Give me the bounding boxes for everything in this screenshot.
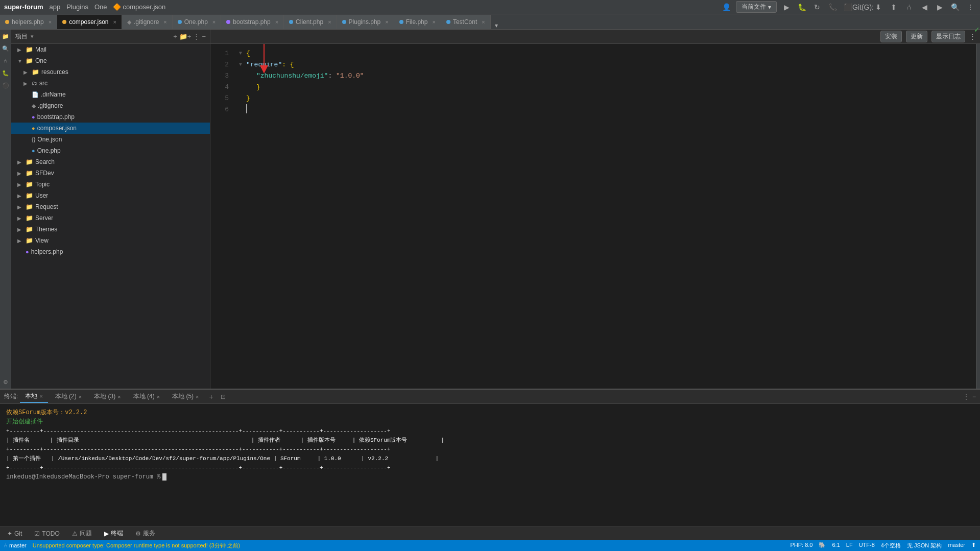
sidebar-icon-git[interactable]: ⑃: [1, 56, 10, 65]
scroll-indicator[interactable]: ✓: [976, 44, 980, 389]
tab-close-client[interactable]: ×: [328, 19, 331, 25]
terminal-tab-local1[interactable]: 本地 ×: [20, 391, 47, 403]
tree-item-resources[interactable]: ▶ 📁 resources: [11, 66, 210, 78]
tree-item-user[interactable]: ▶ 📁 User: [11, 190, 210, 201]
statusbar-cursor[interactable]: 6:1: [832, 542, 840, 549]
tab-close-bootstrap[interactable]: ×: [275, 19, 278, 25]
tab-composer[interactable]: composer.json ×: [57, 15, 122, 29]
download-icon[interactable]: ⬇: [873, 2, 884, 13]
terminal-close-2[interactable]: ×: [79, 394, 82, 400]
git-icon[interactable]: Git(G):: [857, 2, 869, 13]
debug-icon[interactable]: 🐛: [796, 2, 807, 13]
tree-item-view[interactable]: ▶ 📁 View: [11, 235, 210, 246]
sidebar-icon-search2[interactable]: 🔍: [1, 44, 10, 53]
terminal-close-1[interactable]: ×: [39, 393, 42, 399]
tab-more[interactable]: ▾: [491, 22, 502, 29]
tree-item-sfdev[interactable]: ▶ 📁 SFDev: [11, 167, 210, 179]
forward-icon[interactable]: ▶: [934, 2, 945, 13]
tree-item-bootstrap-file[interactable]: ● bootstrap.php: [11, 111, 210, 123]
tree-item-one[interactable]: ▼ 📁 One: [11, 55, 210, 66]
tab-close-testcont[interactable]: ×: [482, 19, 485, 25]
statusbar-schema[interactable]: 无 JSON 架构: [907, 542, 942, 549]
stop-icon[interactable]: ⬛: [842, 2, 853, 13]
tree-item-helpers-file[interactable]: ● helpers.php: [11, 246, 210, 257]
tree-item-one-json[interactable]: {} One.json: [11, 134, 210, 145]
fold-1[interactable]: ▼: [237, 50, 244, 57]
code-content[interactable]: ▼ { ▼ "require": { "zhuchunshu/emoji": "…: [231, 44, 976, 389]
tab-close-plugins[interactable]: ×: [385, 19, 388, 25]
sidebar-icon-folder[interactable]: 📁: [1, 32, 10, 41]
back-icon[interactable]: ◀: [919, 2, 930, 13]
terminal-minimize[interactable]: −: [972, 393, 976, 400]
filetree-icon-minus[interactable]: −: [202, 33, 206, 40]
terminal-tab-local3[interactable]: 本地 (3) ×: [89, 391, 126, 403]
tree-item-composer-file[interactable]: ● composer.json: [11, 123, 210, 134]
code-line-6[interactable]: [237, 104, 970, 113]
tree-item-one-php[interactable]: ● One.php: [11, 145, 210, 156]
filetree-icon-new-file[interactable]: +: [173, 33, 177, 40]
tab-close-gitignore[interactable]: ×: [163, 19, 166, 25]
terminal-tab-local2[interactable]: 本地 (2) ×: [50, 391, 87, 403]
install-btn[interactable]: 安装: [880, 31, 902, 42]
terminal-tab-local5[interactable]: 本地 (5) ×: [167, 391, 204, 403]
editor-toolbar-more[interactable]: ⋮: [969, 33, 976, 40]
sidebar-icon-github[interactable]: ⚫: [1, 81, 10, 90]
tree-item-dirname[interactable]: 📄 .dirName: [11, 89, 210, 100]
statusbar-lf[interactable]: LF: [846, 542, 853, 549]
tree-item-gitignore-file[interactable]: ◆ .gitignore: [11, 100, 210, 111]
search-icon[interactable]: 🔍: [949, 2, 961, 13]
terminal-more[interactable]: ⋮: [963, 393, 969, 400]
show-log-btn[interactable]: 显示日志: [931, 31, 965, 42]
terminal-content[interactable]: 依赖SForum版本号：v2.2.2 开始创建插件 +---------+---…: [0, 404, 980, 526]
upload-icon[interactable]: ⬆: [888, 2, 899, 13]
statusbar-upload[interactable]: ⬆: [971, 542, 976, 549]
sidebar-icon-settings[interactable]: ⚙: [1, 377, 10, 387]
bottom-tab-problems[interactable]: ⚠ 问题: [69, 528, 95, 539]
sidebar-icon-debug2[interactable]: 🐛: [1, 68, 10, 78]
statusbar-error[interactable]: Unsupported composer type: Composer runt…: [33, 542, 241, 549]
terminal-split-icon[interactable]: ⊡: [219, 393, 228, 400]
bottom-tab-git[interactable]: ✦ Git: [4, 529, 25, 538]
update-btn[interactable]: 更新: [906, 31, 927, 42]
terminal-input-line[interactable]: inkedus@InkedusdeMacBook-Pro super-forum…: [6, 472, 974, 482]
fold-2[interactable]: ▼: [237, 61, 244, 68]
terminal-add-btn[interactable]: +: [206, 393, 217, 401]
play-icon[interactable]: ▶: [781, 2, 792, 13]
phone-icon[interactable]: 📞: [827, 2, 838, 13]
menu-one[interactable]: One: [94, 3, 107, 11]
menu-file[interactable]: 🔶 composer.json: [113, 3, 165, 11]
filetree-icon-collapse[interactable]: ⋮: [193, 33, 200, 40]
terminal-close-4[interactable]: ×: [157, 394, 160, 400]
user-icon[interactable]: 👤: [721, 2, 732, 13]
statusbar-branch-right[interactable]: master: [948, 542, 965, 549]
refresh-icon[interactable]: ↻: [811, 2, 823, 13]
tab-gitignore[interactable]: ◆ .gitignore ×: [122, 15, 173, 29]
statusbar-php[interactable]: PHP: 8.0: [790, 542, 812, 549]
file-tree-scroll[interactable]: ▶ 📁 Mail ▼ 📁 One ▶ 📁 resources ▶ 🗂 src: [11, 44, 210, 389]
terminal-close-3[interactable]: ×: [117, 394, 121, 400]
bottom-tab-services[interactable]: ⚙ 服务: [132, 528, 158, 539]
tab-close-file[interactable]: ×: [432, 19, 435, 25]
current-file-btn[interactable]: 当前文件 ▾: [736, 1, 777, 13]
terminal-close-5[interactable]: ×: [196, 394, 199, 400]
menu-app[interactable]: app: [50, 3, 61, 11]
statusbar-indent[interactable]: 4个空格: [881, 542, 901, 549]
tab-plugins[interactable]: Plugins.php ×: [337, 15, 394, 29]
bottom-tab-terminal[interactable]: ▶ 终端: [101, 528, 126, 539]
tab-client[interactable]: Client.php ×: [284, 15, 337, 29]
tree-item-search[interactable]: ▶ 📁 Search: [11, 156, 210, 167]
statusbar-branch[interactable]: ⑃ master: [4, 542, 27, 548]
branch-icon[interactable]: ⑃: [903, 2, 915, 13]
tab-close-composer[interactable]: ×: [113, 19, 116, 25]
more-icon[interactable]: ⋮: [965, 2, 976, 13]
menu-plugins[interactable]: Plugins: [66, 3, 88, 11]
tab-one-php[interactable]: One.php ×: [173, 15, 221, 29]
terminal-tab-local4[interactable]: 本地 (4) ×: [128, 391, 165, 403]
tab-bootstrap[interactable]: bootstrap.php ×: [221, 15, 284, 29]
filetree-icon-new-folder[interactable]: 📁+: [179, 33, 192, 40]
tree-item-themes[interactable]: ▶ 📁 Themes: [11, 224, 210, 235]
tab-testcont[interactable]: TestCont ×: [441, 15, 491, 29]
tab-helpers[interactable]: helpers.php ×: [0, 15, 57, 29]
tree-item-request[interactable]: ▶ 📁 Request: [11, 201, 210, 212]
tab-close-helpers[interactable]: ×: [49, 19, 52, 25]
